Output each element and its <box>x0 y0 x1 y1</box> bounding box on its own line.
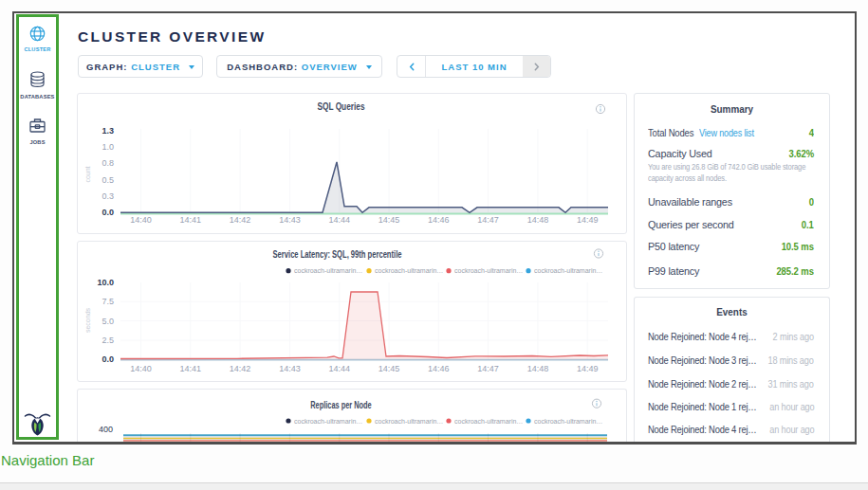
svg-text:14:49: 14:49 <box>577 215 599 225</box>
svg-text:14:42: 14:42 <box>230 215 251 225</box>
svg-text:0.3: 0.3 <box>102 191 114 201</box>
svg-text:0.8: 0.8 <box>102 158 114 168</box>
svg-text:cockroach-ultramarin…: cockroach-ultramarin… <box>375 418 443 425</box>
svg-text:14:41: 14:41 <box>180 364 202 373</box>
svg-text:cockroach-ultramarin…: cockroach-ultramarin… <box>375 267 443 274</box>
svg-text:14:47: 14:47 <box>477 215 499 225</box>
svg-text:2.5: 2.5 <box>102 336 114 345</box>
svg-text:0.0: 0.0 <box>102 354 114 364</box>
svg-text:cockroach-ultramarin…: cockroach-ultramarin… <box>534 267 602 274</box>
svg-text:14:49: 14:49 <box>577 364 599 373</box>
svg-text:14:46: 14:46 <box>428 215 450 225</box>
svg-text:cockroach-ultramarin…: cockroach-ultramarin… <box>534 418 602 425</box>
svg-text:cockroach-ultramarin…: cockroach-ultramarin… <box>454 267 523 274</box>
svg-text:14:47: 14:47 <box>477 364 499 373</box>
svg-text:400: 400 <box>99 425 113 434</box>
svg-text:14:42: 14:42 <box>230 364 251 373</box>
svg-text:14:44: 14:44 <box>328 364 350 373</box>
svg-text:14:40: 14:40 <box>130 364 152 373</box>
svg-text:Replicas per Node: Replicas per Node <box>310 400 372 410</box>
svg-text:count: count <box>84 166 91 182</box>
svg-text:1.0: 1.0 <box>102 142 114 152</box>
svg-text:14:43: 14:43 <box>279 364 301 373</box>
svg-text:cockroach-ultramarin…: cockroach-ultramarin… <box>454 418 523 425</box>
svg-text:14:48: 14:48 <box>527 215 549 225</box>
svg-text:7.5: 7.5 <box>102 297 114 306</box>
svg-text:14:46: 14:46 <box>428 364 450 373</box>
svg-text:seconds: seconds <box>84 307 91 333</box>
svg-text:14:41: 14:41 <box>180 215 202 225</box>
svg-text:14:43: 14:43 <box>279 215 301 225</box>
svg-text:14:44: 14:44 <box>328 215 350 225</box>
svg-text:Service Latency: SQL, 99th per: Service Latency: SQL, 99th percentile <box>273 249 402 260</box>
svg-text:14:45: 14:45 <box>379 215 400 225</box>
svg-text:1.3: 1.3 <box>102 126 114 136</box>
svg-text:14:40: 14:40 <box>130 215 152 225</box>
svg-text:0.0: 0.0 <box>102 208 114 217</box>
svg-text:5.0: 5.0 <box>102 317 114 326</box>
svg-text:SQL Queries: SQL Queries <box>317 101 364 112</box>
svg-text:cockroach-ultramarin…: cockroach-ultramarin… <box>294 418 362 425</box>
svg-text:14:45: 14:45 <box>379 364 400 373</box>
svg-text:0.5: 0.5 <box>102 175 114 185</box>
svg-text:10.0: 10.0 <box>97 278 114 287</box>
svg-text:14:48: 14:48 <box>527 364 549 373</box>
svg-text:cockroach-ultramarin…: cockroach-ultramarin… <box>294 267 362 274</box>
